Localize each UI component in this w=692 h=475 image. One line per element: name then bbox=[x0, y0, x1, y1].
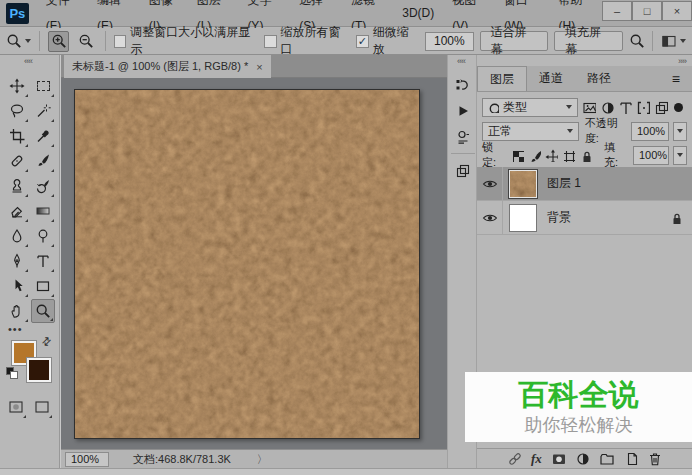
adjustment-layer-icon[interactable] bbox=[575, 451, 590, 466]
zoom-tool-button[interactable] bbox=[31, 299, 55, 323]
crop-tool-button[interactable] bbox=[5, 124, 29, 148]
filter-type-select[interactable]: 类型 bbox=[482, 98, 578, 117]
menu-item-3d[interactable]: 3D(D) bbox=[393, 0, 443, 26]
status-zoom-input[interactable]: 100% bbox=[65, 452, 109, 467]
history-panel-button[interactable] bbox=[453, 75, 473, 95]
filter-type-layers-icon[interactable] bbox=[618, 100, 632, 114]
tab-layers[interactable]: 图层 bbox=[477, 66, 527, 91]
blur-tool-button[interactable] bbox=[5, 224, 29, 248]
lock-pixels-icon[interactable] bbox=[528, 149, 541, 162]
search-icon[interactable] bbox=[629, 33, 645, 49]
close-tab-icon[interactable]: × bbox=[256, 61, 262, 73]
divider bbox=[451, 153, 475, 154]
fill-input[interactable]: 100% bbox=[633, 146, 669, 165]
shape-tool-button[interactable] bbox=[31, 274, 55, 298]
opacity-dropdown[interactable] bbox=[673, 122, 687, 141]
checkbox-icon bbox=[114, 35, 127, 48]
document-tab[interactable]: 未标题-1 @ 100% (图层 1, RGB/8) * × bbox=[64, 55, 271, 78]
lock-all-icon[interactable] bbox=[579, 149, 592, 162]
filter-smart-objects-icon[interactable] bbox=[654, 100, 668, 114]
actions-panel-button[interactable] bbox=[453, 101, 473, 121]
filter-adjustment-layers-icon[interactable] bbox=[600, 100, 614, 114]
maximize-button[interactable]: □ bbox=[632, 1, 662, 21]
path-selection-tool-button[interactable] bbox=[5, 274, 29, 298]
eraser-tool-button[interactable] bbox=[5, 199, 29, 223]
marquee-tool-button[interactable] bbox=[31, 74, 55, 98]
zoom-out-mode-button[interactable] bbox=[75, 31, 96, 52]
filter-shape-layers-icon[interactable] bbox=[636, 100, 650, 114]
layer-name[interactable]: 背景 bbox=[547, 209, 571, 226]
lasso-tool-button[interactable] bbox=[5, 99, 29, 123]
dodge-tool-button[interactable] bbox=[31, 224, 55, 248]
screen-mode-button[interactable] bbox=[31, 395, 53, 419]
pen-nib-icon bbox=[9, 253, 25, 269]
scrubby-zoom-checkbox[interactable]: ✓ 细微缩放 bbox=[356, 24, 419, 58]
quick-selection-tool-button[interactable] bbox=[31, 99, 55, 123]
fill-dropdown[interactable] bbox=[673, 146, 687, 165]
minimize-button[interactable]: – bbox=[602, 1, 632, 21]
collapse-panel-button[interactable]: «« bbox=[24, 56, 32, 66]
blend-mode-row: 正常 不透明度: 100% bbox=[477, 119, 692, 143]
status-menu-arrow[interactable]: 〉 bbox=[257, 452, 268, 467]
eraser-icon bbox=[9, 203, 25, 219]
resize-window-checkbox[interactable]: 调整窗口大小以满屏显示 bbox=[114, 24, 258, 58]
swap-colors-icon[interactable]: ⇄ bbox=[39, 334, 55, 350]
properties-panel-button[interactable] bbox=[453, 127, 473, 147]
healing-brush-tool-button[interactable] bbox=[5, 149, 29, 173]
blend-mode-select[interactable]: 正常 bbox=[482, 122, 579, 141]
filter-toggle-icon[interactable] bbox=[674, 103, 683, 112]
link-layers-icon[interactable] bbox=[507, 451, 522, 466]
libraries-panel-button[interactable] bbox=[453, 161, 473, 181]
eyedropper-tool-button[interactable] bbox=[31, 124, 55, 148]
pen-tool-button[interactable] bbox=[5, 249, 29, 273]
gradient-tool-button[interactable] bbox=[31, 199, 55, 223]
delete-layer-trash-icon[interactable] bbox=[647, 451, 662, 466]
type-tool-button[interactable] bbox=[31, 249, 55, 273]
history-brush-tool-button[interactable] bbox=[31, 174, 55, 198]
layer-row-background[interactable]: 背景 bbox=[477, 201, 692, 235]
collapse-dock-button[interactable]: »» bbox=[678, 56, 686, 66]
background-color-swatch[interactable] bbox=[27, 358, 51, 382]
fill-screen-button[interactable]: 填充屏幕 bbox=[554, 31, 622, 51]
move-tool-button[interactable] bbox=[5, 74, 29, 98]
tab-channels[interactable]: 通道 bbox=[527, 66, 575, 91]
quick-mask-mode-button[interactable] bbox=[5, 395, 27, 419]
new-group-folder-icon[interactable] bbox=[599, 451, 614, 466]
lock-position-icon[interactable] bbox=[545, 149, 558, 162]
add-layer-mask-icon[interactable] bbox=[551, 451, 566, 466]
current-tool-badge[interactable] bbox=[6, 33, 31, 49]
brush-tool-button[interactable] bbox=[31, 149, 55, 173]
layer-name[interactable]: 图层 1 bbox=[547, 175, 581, 192]
workspace-switcher[interactable] bbox=[661, 33, 686, 49]
watermark-subtitle: 助你轻松解决 bbox=[525, 413, 633, 437]
edit-toolbar-button[interactable]: ••• bbox=[8, 323, 23, 335]
zoom-all-windows-checkbox[interactable]: 缩放所有窗口 bbox=[264, 24, 350, 58]
tab-paths[interactable]: 路径 bbox=[575, 66, 623, 91]
crop-icon bbox=[9, 128, 25, 144]
fit-screen-button[interactable]: 适合屏幕 bbox=[480, 31, 548, 51]
expand-dock-button[interactable]: «« bbox=[457, 56, 465, 66]
layer-visibility-toggle[interactable] bbox=[477, 201, 503, 235]
layer-thumbnail[interactable] bbox=[509, 170, 537, 198]
clone-stamp-tool-button[interactable] bbox=[5, 174, 29, 198]
new-layer-icon[interactable] bbox=[623, 451, 638, 466]
default-colors-icon[interactable] bbox=[6, 367, 18, 379]
layer-row-1[interactable]: 图层 1 bbox=[477, 167, 692, 201]
hand-tool-button[interactable] bbox=[5, 299, 29, 323]
lock-artboard-icon[interactable] bbox=[562, 149, 575, 162]
water-drop-icon bbox=[9, 228, 25, 244]
panel-menu-icon[interactable]: ≡ bbox=[660, 66, 692, 91]
layer-thumbnail[interactable] bbox=[509, 204, 537, 232]
document-window: 未标题-1 @ 100% (图层 1, RGB/8) * × 100% 文档:4… bbox=[60, 55, 447, 468]
selection-arrow-icon bbox=[9, 278, 25, 294]
layer-style-button[interactable]: fx bbox=[531, 451, 542, 467]
close-button[interactable]: × bbox=[662, 1, 692, 21]
zoom-percent-input[interactable]: 100% bbox=[425, 32, 473, 51]
canvas-image[interactable] bbox=[74, 89, 420, 439]
layer-visibility-toggle[interactable] bbox=[477, 167, 503, 201]
opacity-input[interactable]: 100% bbox=[631, 122, 669, 141]
zoom-in-mode-button[interactable] bbox=[48, 31, 69, 52]
filter-pixel-layers-icon[interactable] bbox=[582, 100, 596, 114]
lock-transparency-icon[interactable] bbox=[511, 149, 524, 162]
tool-options-bar: 调整窗口大小以满屏显示 缩放所有窗口 ✓ 细微缩放 100% 适合屏幕 填充屏幕 bbox=[0, 28, 692, 55]
